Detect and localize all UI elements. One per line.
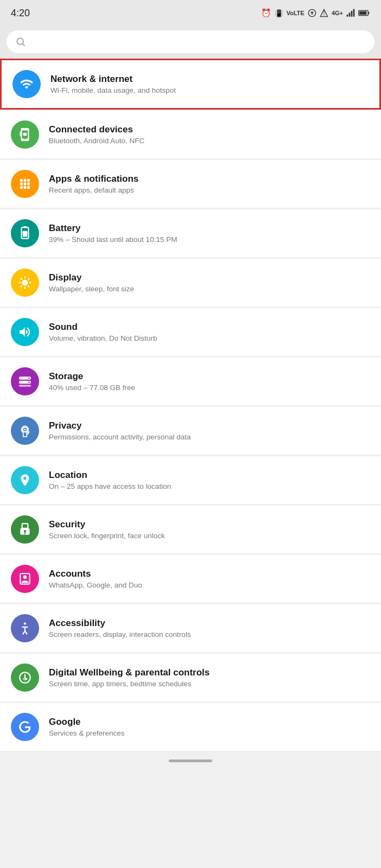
digital-wellbeing-icon-circle bbox=[11, 663, 39, 692]
storage-title: Storage bbox=[49, 371, 135, 382]
svg-rect-38 bbox=[24, 532, 26, 534]
settings-item-google[interactable]: Google Services & preferences bbox=[0, 703, 381, 751]
security-text: Security Screen lock, fingerprint, face … bbox=[49, 519, 165, 540]
apps-notifications-icon-circle bbox=[11, 170, 39, 198]
settings-item-apps-notifications[interactable]: Apps & notifications Recent apps, defaul… bbox=[0, 160, 381, 208]
connected-devices-icon-circle bbox=[11, 120, 39, 149]
settings-item-location[interactable]: Location On – 25 apps have access to loc… bbox=[0, 456, 381, 505]
svg-point-16 bbox=[23, 179, 26, 182]
privacy-subtitle: Permissions, account activity, personal … bbox=[49, 433, 191, 441]
battery-title: Battery bbox=[49, 223, 177, 234]
settings-item-storage[interactable]: Storage 40% used – 77.08 GB free bbox=[0, 358, 381, 406]
accessibility-icon-circle bbox=[11, 614, 39, 642]
location-title: Location bbox=[49, 470, 171, 481]
settings-item-security[interactable]: Security Screen lock, fingerprint, face … bbox=[0, 506, 381, 554]
sound-title: Sound bbox=[49, 322, 157, 333]
accessibility-title: Accessibility bbox=[49, 618, 191, 629]
svg-point-18 bbox=[20, 182, 23, 185]
storage-text: Storage 40% used – 77.08 GB free bbox=[49, 371, 135, 392]
digital-wellbeing-title: Digital Wellbeing & parental controls bbox=[49, 667, 209, 678]
settings-item-connected-devices[interactable]: Connected devices Bluetooth, Android Aut… bbox=[0, 111, 381, 159]
accounts-icon-circle bbox=[11, 565, 39, 593]
location-icon-circle bbox=[11, 466, 39, 494]
privacy-title: Privacy bbox=[49, 420, 191, 431]
svg-point-15 bbox=[20, 179, 23, 182]
svg-point-11 bbox=[17, 38, 23, 44]
accounts-title: Accounts bbox=[49, 569, 142, 579]
sound-icon-circle bbox=[11, 318, 39, 346]
svg-point-27 bbox=[22, 280, 28, 286]
security-subtitle: Screen lock, fingerprint, face unlock bbox=[49, 532, 165, 540]
battery-icon bbox=[358, 9, 370, 17]
settings-item-sound[interactable]: Sound Volume, vibration, Do Not Disturb bbox=[0, 308, 381, 356]
apps-notifications-title: Apps & notifications bbox=[49, 174, 138, 184]
svg-point-34 bbox=[24, 429, 26, 430]
svg-point-19 bbox=[23, 182, 26, 185]
network-icon-circle bbox=[12, 70, 41, 98]
digital-wellbeing-text: Digital Wellbeing & parental controls Sc… bbox=[49, 667, 209, 688]
svg-rect-7 bbox=[353, 9, 355, 17]
connected-devices-subtitle: Bluetooth, Android Auto, NFC bbox=[49, 137, 144, 145]
status-icons: ⏰ 📳 VoLTE 4G+ bbox=[261, 8, 370, 18]
display-icon-circle bbox=[11, 269, 39, 297]
svg-rect-6 bbox=[351, 11, 353, 17]
accessibility-subtitle: Screen readers, display, interaction con… bbox=[49, 630, 191, 639]
battery-subtitle: 39% – Should last until about 10:15 PM bbox=[49, 235, 177, 244]
connected-devices-title: Connected devices bbox=[49, 124, 144, 135]
privacy-icon-circle bbox=[11, 417, 39, 445]
connected-devices-text: Connected devices Bluetooth, Android Aut… bbox=[49, 124, 144, 145]
location-subtitle: On – 25 apps have access to location bbox=[49, 482, 171, 490]
search-bar[interactable] bbox=[7, 30, 374, 53]
display-title: Display bbox=[49, 272, 134, 283]
settings-item-accessibility[interactable]: Accessibility Screen readers, display, i… bbox=[0, 604, 381, 653]
settings-item-privacy[interactable]: Privacy Permissions, account activity, p… bbox=[0, 407, 381, 455]
svg-rect-25 bbox=[23, 226, 27, 228]
nav-handle bbox=[169, 760, 212, 762]
svg-rect-5 bbox=[349, 12, 351, 16]
svg-point-41 bbox=[24, 622, 26, 624]
status-bar: 4:20 ⏰ 📳 VoLTE 4G+ bbox=[0, 0, 381, 26]
settings-item-accounts[interactable]: Accounts WhatsApp, Google, and Duo bbox=[0, 555, 381, 603]
svg-point-23 bbox=[27, 186, 30, 189]
settings-list: Network & internet Wi-Fi, mobile, data u… bbox=[0, 59, 381, 751]
svg-rect-10 bbox=[368, 12, 369, 14]
google-subtitle: Services & preferences bbox=[49, 729, 125, 737]
svg-rect-30 bbox=[19, 385, 31, 387]
google-text: Google Services & preferences bbox=[49, 717, 125, 737]
google-icon-circle bbox=[11, 713, 39, 741]
accounts-text: Accounts WhatsApp, Google, and Duo bbox=[49, 569, 142, 589]
wifi-calling-icon bbox=[308, 9, 316, 17]
security-title: Security bbox=[49, 519, 165, 530]
location-text: Location On – 25 apps have access to loc… bbox=[49, 470, 171, 490]
storage-icon-circle bbox=[11, 367, 39, 395]
search-icon bbox=[15, 36, 26, 47]
volte-icon: VoLTE bbox=[287, 10, 304, 16]
settings-item-digital-wellbeing[interactable]: Digital Wellbeing & parental controls Sc… bbox=[0, 654, 381, 702]
svg-rect-26 bbox=[23, 231, 28, 237]
search-bar-container bbox=[0, 26, 381, 58]
svg-point-31 bbox=[28, 378, 30, 379]
svg-rect-9 bbox=[359, 11, 366, 15]
battery-text: Battery 39% – Should last until about 10… bbox=[49, 223, 177, 244]
svg-rect-14 bbox=[20, 132, 22, 137]
settings-item-battery[interactable]: Battery 39% – Should last until about 10… bbox=[0, 209, 381, 258]
svg-point-17 bbox=[27, 179, 30, 182]
settings-item-network[interactable]: Network & internet Wi-Fi, mobile, data u… bbox=[0, 59, 381, 110]
svg-rect-13 bbox=[23, 133, 27, 136]
display-subtitle: Wallpaper, sleep, font size bbox=[49, 285, 134, 293]
privacy-text: Privacy Permissions, account activity, p… bbox=[49, 420, 191, 441]
svg-rect-4 bbox=[347, 15, 348, 17]
svg-line-12 bbox=[23, 44, 25, 46]
svg-rect-35 bbox=[22, 524, 28, 528]
4g-plus-icon: 4G+ bbox=[332, 10, 343, 16]
status-time: 4:20 bbox=[11, 8, 30, 19]
svg-point-1 bbox=[312, 14, 313, 15]
svg-point-42 bbox=[23, 634, 24, 635]
digital-wellbeing-subtitle: Screen time, app timers, bedtime schedul… bbox=[49, 680, 209, 688]
settings-item-display[interactable]: Display Wallpaper, sleep, font size bbox=[0, 259, 381, 307]
alarm-icon: ⏰ bbox=[261, 8, 271, 18]
svg-point-20 bbox=[27, 182, 30, 185]
apps-notifications-text: Apps & notifications Recent apps, defaul… bbox=[49, 174, 138, 194]
signal-icon bbox=[320, 9, 328, 17]
accessibility-text: Accessibility Screen readers, display, i… bbox=[49, 618, 191, 639]
